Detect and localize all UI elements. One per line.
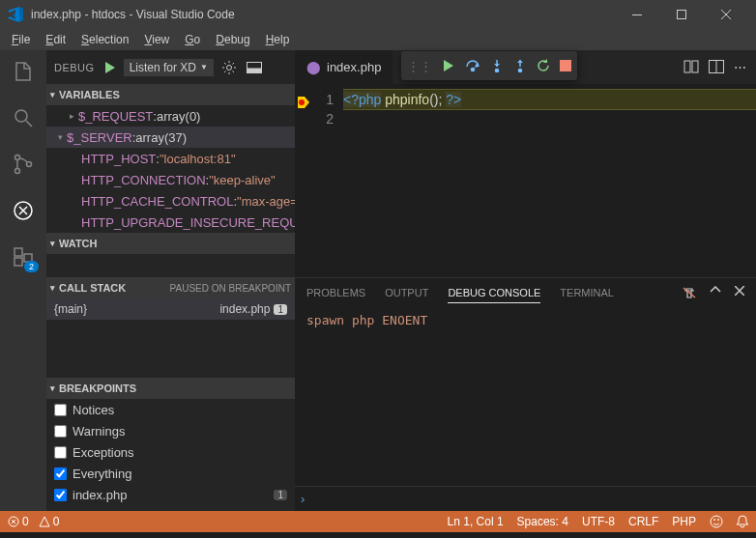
breakpoint-row[interactable]: Notices [46,399,295,420]
callstack-frame[interactable]: {main} index.php 1 [46,298,295,320]
window-controls [615,0,748,29]
svg-point-2 [15,110,27,122]
svg-point-15 [519,70,522,72]
close-panel-icon[interactable] [735,286,744,299]
editor-area: ⬤ index.php ⋮⋮ ⋯ 1 2 [295,50,756,511]
svg-point-20 [299,99,305,105]
status-indent[interactable]: Spaces: 4 [517,515,568,528]
window-title: index.php - htdocs - Visual Studio Code [31,8,615,21]
breakpoint-checkbox[interactable] [54,404,67,416]
variable-row[interactable]: HTTP_CONNECTION: "keep-alive" [46,169,295,190]
debug-console-output: spawn php ENOENT [295,307,756,486]
menu-help[interactable]: Help [258,31,298,48]
more-actions-icon[interactable]: ⋯ [734,60,746,74]
variable-row[interactable]: HTTP_CACHE_CONTROL: "max-age=… [46,190,295,212]
current-line-marker [298,97,309,108]
breakpoint-checkbox[interactable] [54,467,67,480]
step-over-button[interactable] [465,59,480,72]
frame-file: index.php [219,302,270,316]
search-icon[interactable] [10,104,37,131]
debug-icon[interactable] [10,197,37,224]
status-cursor[interactable]: Ln 1, Col 1 [448,515,504,528]
step-out-button[interactable] [513,59,527,72]
compare-icon[interactable] [683,60,699,74]
watch-section-header[interactable]: ▾WATCH [46,233,295,254]
tab-terminal[interactable]: TERMINAL [560,283,614,302]
debug-console-input[interactable]: › [295,486,756,511]
breakpoints-list: NoticesWarningsExceptionsEverythingindex… [46,399,295,505]
variable-row[interactable]: ▸$_REQUEST: array(0) [46,105,295,127]
close-button[interactable] [704,0,748,29]
maximize-button[interactable] [659,0,704,29]
debug-console-toggle-icon[interactable] [245,60,264,75]
menu-selection[interactable]: Selection [73,31,136,48]
status-eol[interactable]: CRLF [628,515,658,528]
variable-row[interactable]: HTTP_UPGRADE_INSECURE_REQUEST… [46,212,295,233]
breakpoint-checkbox[interactable] [54,446,67,459]
split-editor-icon[interactable] [709,60,724,74]
breakpoint-label: Everything [73,467,131,481]
svg-rect-17 [684,61,690,72]
source-control-icon[interactable] [10,151,37,178]
breakpoint-checkbox[interactable] [54,425,67,438]
svg-point-4 [15,169,20,174]
status-feedback-icon[interactable] [710,515,723,528]
menu-view[interactable]: View [136,31,177,48]
step-into-button[interactable] [490,59,504,72]
svg-rect-16 [560,60,571,71]
status-warnings[interactable]: 0 [39,515,60,528]
code-line-1: <?php phpinfo(); ?> [343,90,756,109]
titlebar: index.php - htdocs - Visual Studio Code [0,0,756,29]
debug-config-dropdown[interactable]: Listen for XD▼ [124,59,214,76]
tab-problems[interactable]: PROBLEMS [306,283,365,302]
breakpoint-checkbox[interactable] [54,489,67,501]
svg-rect-8 [15,258,22,266]
extensions-icon[interactable]: 2 [10,243,37,270]
variable-row[interactable]: ▾$_SERVER: array(37) [46,127,295,148]
stop-button[interactable] [560,60,571,71]
tab-label: index.php [327,60,381,74]
breakpoint-row[interactable]: Everything [46,463,295,484]
tab-index-php[interactable]: ⬤ index.php [295,50,393,84]
variables-section-header[interactable]: ▾VARIABLES [46,84,295,105]
clear-console-icon[interactable] [683,286,696,299]
status-encoding[interactable]: UTF-8 [582,515,615,528]
breakpoints-section-header[interactable]: ▾BREAKPOINTS [46,378,295,399]
breakpoint-row[interactable]: Warnings [46,420,295,441]
menu-edit[interactable]: Edit [38,31,73,48]
frame-line: 1 [274,304,287,315]
debug-settings-icon[interactable] [219,58,239,77]
collapse-panel-icon[interactable] [710,286,721,299]
breakpoint-label: index.php [73,488,127,502]
status-bell-icon[interactable] [737,515,748,528]
extensions-badge: 2 [24,261,39,272]
php-file-icon: ⬤ [306,60,321,74]
drag-handle-icon[interactable]: ⋮⋮ [407,59,432,73]
gutter: 1 2 [295,84,343,277]
svg-point-14 [496,70,499,72]
tab-debug-console[interactable]: DEBUG CONSOLE [448,283,540,303]
bottom-panel: PROBLEMS OUTPUT DEBUG CONSOLE TERMINAL s… [295,277,756,511]
debug-label: DEBUG [54,62,95,73]
continue-button[interactable] [442,59,455,72]
status-language[interactable]: PHP [672,515,696,528]
breakpoint-row[interactable]: Exceptions [46,441,295,463]
editor-tabs: ⬤ index.php ⋮⋮ ⋯ [295,50,756,84]
callstack-section-header[interactable]: ▾CALL STACKPAUSED ON BREAKPOINT [46,277,295,298]
tab-output[interactable]: OUTPUT [385,283,428,302]
status-errors[interactable]: 0 [8,515,29,528]
code-editor[interactable]: <?php phpinfo(); ?> [343,84,756,277]
svg-point-3 [15,156,20,160]
menu-file[interactable]: File [4,31,38,48]
restart-button[interactable] [537,59,550,72]
variable-row[interactable]: HTTP_HOST: "localhost:81" [46,148,295,169]
minimize-button[interactable] [615,0,659,29]
explorer-icon[interactable] [10,58,37,85]
svg-rect-0 [632,14,642,15]
breakpoint-row[interactable]: index.php1 [46,484,295,505]
svg-point-22 [711,516,722,527]
menu-go[interactable]: Go [177,31,208,48]
menu-debug[interactable]: Debug [208,31,257,48]
start-debug-button[interactable] [101,59,118,76]
svg-rect-12 [247,69,261,73]
